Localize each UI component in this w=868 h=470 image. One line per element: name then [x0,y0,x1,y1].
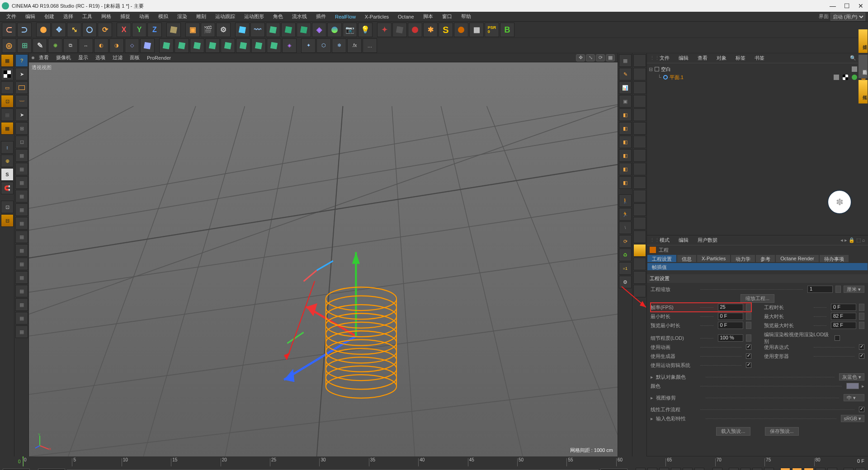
workplane-mode-button[interactable]: ▭ [1,81,14,94]
fps-field[interactable]: 25 [718,304,743,311]
mesh5-button[interactable]: ▦ [15,203,28,216]
plugin-button-a[interactable]: ▦ [469,23,484,37]
move-arrow-button[interactable]: ➤ [15,108,28,121]
vp-menu-camera[interactable]: 摄像机 [53,54,74,61]
enable-dot2-icon[interactable] [852,75,857,80]
move-tool-button[interactable]: ✥ [52,23,66,37]
om-view[interactable]: 查看 [695,54,710,62]
render-settings-button[interactable]: ⚙ [216,23,231,37]
scale-key-icon[interactable]: ⤡ [792,468,802,470]
linear-check[interactable] [859,407,864,412]
def-color-select[interactable]: 灰蓝色 ▾ [839,373,864,381]
use-anim-check[interactable] [746,344,751,350]
vp-orbit-icon[interactable]: ⟳ [596,54,605,61]
vtab-plane[interactable]: 构造平面 [858,54,868,79]
color-swatch[interactable] [846,383,859,389]
vp-menu-options[interactable]: 选项 [93,54,108,61]
mesh3-button[interactable]: ▦ [15,176,28,189]
om-row-plane[interactable]: └ 平面.1 [649,73,866,81]
use-expr-check[interactable] [859,344,864,350]
rd2-p-icon[interactable] [633,271,646,284]
use-gen-check[interactable] [746,353,751,359]
mesh8-button[interactable]: ▦ [15,244,28,257]
mograph-cloner-button[interactable] [159,38,174,53]
menu-mograph[interactable]: 运动图形 [241,12,268,21]
rd-hud-icon[interactable]: ▦ [619,54,632,67]
object-axis-button[interactable]: ⊕ [1,155,14,167]
mesh1-button[interactable]: ▦ [15,149,28,162]
mesh13-button[interactable]: ▦ [15,312,28,324]
rd2-g-icon[interactable] [633,136,646,148]
autokey-button[interactable] [741,468,750,470]
play-button[interactable]: ▶ [671,468,681,470]
menu-create[interactable]: 创建 [41,12,58,21]
save-preset-button[interactable]: 保存预设... [765,427,799,436]
fx-button[interactable]: .fx [347,38,362,53]
rd2-q-icon[interactable] [633,285,646,297]
play-start-button[interactable]: ⏮ [636,468,646,470]
fps-spin[interactable] [746,304,751,311]
plugin-button-b[interactable]: B [500,23,514,37]
param-key-icon[interactable]: P [816,468,826,470]
live-select-button[interactable] [36,23,51,37]
lod-field[interactable]: 100 % [718,334,743,342]
texture-mode-button[interactable] [1,68,14,80]
rd-layers2-icon[interactable]: ◧ [619,122,632,135]
spline-button[interactable]: 〰 [250,23,265,37]
rd-stats-icon[interactable]: 📊 [619,81,632,94]
deformer-button[interactable]: ◈ [312,23,326,37]
signal-plugin-button[interactable]: S [439,23,453,37]
vp-zoom-icon[interactable]: ⤡ [586,54,595,61]
om-tags[interactable]: 标签 [733,54,748,62]
paint-select-button[interactable]: ⊡ [15,136,28,148]
light-button[interactable]: 💡 [358,23,373,37]
vtab-attr[interactable]: 属性 [858,80,868,104]
mograph-voronoi-button[interactable] [267,38,281,53]
menu-sculpt[interactable]: 雕刻 [193,12,210,21]
om-row-null[interactable]: ⊟ 空白 [649,65,866,73]
rd-pose-icon[interactable]: \ [619,221,632,234]
om-object[interactable]: 对象 [714,54,729,62]
menu-edit[interactable]: 编辑 [22,12,39,21]
connect-button[interactable]: ✎ [33,38,47,53]
rd2-a-icon[interactable] [633,54,646,67]
render-view-button[interactable]: ▣ [185,23,200,37]
rd2-o-icon[interactable] [633,258,646,270]
reset-psr-button[interactable]: ◎ [2,38,16,53]
rd2-k-icon[interactable] [633,190,646,202]
load-preset-button[interactable]: 载入预设... [716,427,750,436]
tab-xp[interactable]: X-Particles [697,254,731,263]
vp-menu-panel[interactable]: 面板 [127,54,142,61]
environment-button[interactable] [327,23,342,37]
menu-tools[interactable]: 工具 [79,12,96,21]
rd-layers4-icon[interactable]: ◧ [619,149,632,162]
om-edit[interactable]: 编辑 [676,54,691,62]
psr-button[interactable]: PSR0 [485,23,499,37]
input-color-select[interactable]: sRGB ▾ [841,415,864,422]
tab-ref[interactable]: 参考 [755,254,775,263]
minimize-button[interactable]: — [830,2,836,9]
make-editable-button[interactable]: ◇ [125,38,139,53]
edge-mode-button[interactable]: ▦ [1,108,14,121]
group-button[interactable]: ⊞ [17,38,32,53]
rd2-c-icon[interactable] [633,81,646,94]
clip-select[interactable]: 中 ▾ [844,394,864,401]
align-button[interactable]: ↔ [79,38,93,53]
rect-select-button[interactable] [15,81,28,94]
close-button[interactable]: ✕ [858,2,863,9]
play-loop-button[interactable]: ⟳ [647,468,657,470]
play-end-button[interactable]: ⏭ [694,468,704,470]
mograph-tracer-button[interactable] [236,38,250,53]
tab-todo[interactable]: 待办事项 [819,254,849,263]
extras-button[interactable]: … [363,38,377,53]
rd2-n-icon[interactable] [633,230,646,243]
rd-layers3-icon[interactable]: ◧ [619,136,632,148]
play-next-button[interactable]: ▶ [683,468,693,470]
menu-realflow[interactable]: RealFlow [331,13,359,20]
timeline-ruler[interactable]: 0 0 5 10 15 20 25 30 35 40 45 50 55 60 6… [0,456,868,466]
axis-mode-button[interactable]: ↕ [1,141,14,154]
rd2-j-icon[interactable] [633,176,646,189]
scale-tool-button[interactable]: ⤡ [67,23,81,37]
projlen-field[interactable]: 0 F [831,304,856,311]
pmin-field[interactable]: 0 F [718,322,743,329]
